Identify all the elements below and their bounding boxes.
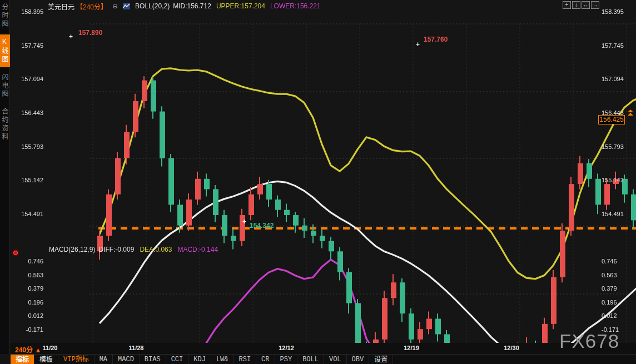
- macd-axis-label-right: -0.171: [602, 326, 635, 333]
- marked-low-label: 154.342: [250, 222, 274, 230]
- live-marker-icon: [13, 251, 18, 255]
- x-axis-date-label: 12/12: [279, 345, 294, 351]
- macd-dea-value: DEA:0.063: [140, 246, 172, 253]
- period-selector-label: 240分: [15, 346, 33, 354]
- boll-mid-value: MID:156.712: [173, 2, 211, 10]
- scale-y-axis-icon[interactable]: ↕: [572, 1, 580, 9]
- period-selector-arrow-icon: ▲: [34, 346, 41, 354]
- sidebar: 分时图 K线图 闪电图 合约资料: [0, 0, 10, 354]
- toolbar-item-指标[interactable]: 指标: [11, 355, 34, 364]
- marked-high-label: 157.890: [78, 29, 102, 37]
- macd-axis-label-left: -0.171: [13, 326, 43, 333]
- sidebar-item-time-chart[interactable]: 分时图: [0, 0, 10, 32]
- price-axis-label-right: 155.793: [602, 143, 635, 151]
- high-cross-marker-icon: +: [69, 33, 73, 41]
- x-axis-date-label: 12/19: [404, 345, 419, 351]
- collapse-indicator-icon[interactable]: ⊖: [112, 2, 118, 10]
- toolbar-item-CCI[interactable]: CCI: [166, 355, 189, 364]
- boll-lower-value: LOWER:156.221: [270, 2, 321, 10]
- shift-right-icon[interactable]: →: [591, 1, 599, 9]
- watermark: FX678: [559, 330, 619, 352]
- toolbar-item-OBV[interactable]: OBV: [347, 355, 370, 364]
- macd-axis-label-right: 0.746: [602, 257, 635, 265]
- sidebar-item-kline-chart[interactable]: K线图: [0, 34, 10, 67]
- macd-axis-label-left: 0.746: [13, 257, 43, 265]
- macd-axis-label-right: 0.379: [602, 285, 635, 292]
- macd-axis-label-left: 0.196: [13, 298, 43, 306]
- x-axis-date-label: 11/20: [43, 345, 58, 351]
- boll-label: BOLL(20,2): [135, 2, 170, 10]
- line-chart-icon: [123, 3, 130, 9]
- toolbar-item-RSI[interactable]: RSI: [234, 355, 257, 364]
- period-badge: 【240分】: [76, 2, 107, 11]
- price-axis-label-right: 157.094: [602, 75, 635, 83]
- sidebar-item-contract-info[interactable]: 合约资料: [0, 104, 10, 144]
- x-axis-row: 11/2011/2812/1212/1912/30: [11, 343, 636, 354]
- macd-label: MACD(26,12,9): [49, 246, 95, 253]
- price-axis-label-right: 157.745: [602, 42, 635, 49]
- sidebar-item-flash-chart[interactable]: 闪电图: [0, 70, 10, 102]
- chart-tools: + ↕ ↔ →: [563, 1, 599, 9]
- toolbar-item-KDJ[interactable]: KDJ: [188, 355, 211, 364]
- toolbar-item-VIP指标[interactable]: VIP指标: [58, 355, 95, 364]
- macd-axis-label-left: 0.563: [13, 271, 43, 279]
- macd-axis-label-right: 0.563: [602, 271, 635, 279]
- symbol-title: 美元日元: [48, 2, 74, 11]
- pan-icon[interactable]: +: [563, 1, 571, 9]
- x-axis-date-label: 11/28: [129, 345, 144, 351]
- price-axis-label-right: 154.491: [602, 210, 635, 218]
- marked-high2-label: 157.760: [424, 36, 448, 43]
- scale-x-axis-icon[interactable]: ↔: [582, 1, 590, 9]
- period-selector[interactable]: 240分 ▲: [15, 345, 41, 354]
- price-axis-label-left: 158.395: [13, 8, 43, 16]
- toolbar-item-CR[interactable]: CR: [256, 355, 275, 364]
- toolbar-item-MA[interactable]: MA: [95, 355, 113, 364]
- x-axis-date-label: 12/30: [504, 345, 519, 351]
- macd-diff-value: DIFF:-0.009: [98, 246, 134, 253]
- price-axis-label-left: 155.142: [13, 176, 43, 184]
- toolbar-item-设置[interactable]: 设置: [369, 355, 393, 364]
- boll-upper-value: UPPER:157.204: [216, 2, 265, 10]
- toolbar-item-BIAS[interactable]: BIAS: [140, 355, 166, 364]
- price-axis-label-left: 156.443: [13, 109, 43, 117]
- toolbar-item-MACD[interactable]: MACD: [113, 355, 140, 364]
- macd-axis-label-left: 0.012: [13, 312, 43, 320]
- price-axis-label-right: 156.443: [602, 109, 635, 117]
- toolbar-item-PSY[interactable]: PSY: [275, 355, 298, 364]
- price-axis-label-left: 155.793: [13, 143, 43, 151]
- price-axis-label-right: 158.395: [602, 8, 635, 16]
- price-axis-label-left: 157.094: [13, 75, 43, 83]
- price-axis-label-left: 157.745: [13, 42, 43, 49]
- price-macd-chart-canvas[interactable]: [0, 0, 636, 364]
- macd-value: MACD:-0.144: [177, 246, 218, 253]
- toolbar-item-LW&[interactable]: LW&: [211, 355, 234, 364]
- price-axis-label-left: 154.491: [13, 210, 43, 218]
- toolbar-item-模板[interactable]: 模板: [34, 355, 58, 364]
- chart-header: 美元日元 【240分】 ⊖ BOLL(20,2) MID:156.712 UPP…: [48, 2, 321, 11]
- high2-cross-marker-icon: +: [416, 41, 420, 48]
- toolbar-item-BOLL[interactable]: BOLL: [297, 355, 324, 364]
- bottom-toolbar: 指标模板VIP指标MAMACDBIASCCIKDJLW&RSICRPSYBOLL…: [11, 354, 636, 364]
- macd-axis-label-left: 0.379: [13, 285, 43, 292]
- toolbar-item-VOL[interactable]: VOL: [324, 355, 347, 364]
- macd-axis-label-right: 0.196: [602, 298, 635, 306]
- macd-header: MACD(26,12,9) DIFF:-0.009 DEA:0.063 MACD…: [49, 245, 218, 253]
- price-axis-label-right: 155.142: [602, 176, 635, 184]
- trading-app: 分时图 K线图 闪电图 合约资料 美元日元 【240分】 ⊖ BOLL(20,2…: [0, 0, 636, 364]
- low-cross-marker-icon: +: [242, 218, 246, 226]
- macd-axis-label-right: 0.012: [602, 312, 635, 320]
